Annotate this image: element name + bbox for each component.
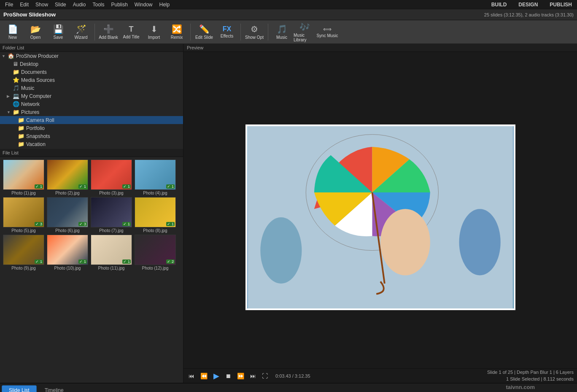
- thumb-label-12: Photo (12).jpg: [134, 266, 176, 270]
- folder-item-documents[interactable]: 📁 Documents: [0, 68, 183, 76]
- mode-build[interactable]: BUILD: [488, 1, 510, 8]
- folder-desktop-icon: 🖥: [13, 61, 18, 67]
- toolbar-remix[interactable]: 🔀 Remix: [166, 21, 188, 43]
- folder-proshow-label: ProShow Producer: [16, 53, 59, 59]
- folder-pictures-label: Pictures: [21, 109, 39, 115]
- folder-item-camera-roll[interactable]: 📁 Camera Roll: [0, 116, 183, 124]
- folder-item-vacation[interactable]: 📁 Vacation: [0, 140, 183, 148]
- file-thumb-2[interactable]: ✓ 1 Photo (2).jpg: [46, 160, 89, 195]
- folder-item-proshow[interactable]: ▼ 🏠 ProShow Producer: [0, 52, 183, 60]
- fullscreen-button[interactable]: ⛶: [260, 372, 270, 380]
- thumb-img-10: ✓ 1: [47, 235, 88, 265]
- toolbar-save[interactable]: 💾 Save: [47, 21, 69, 43]
- folder-vacation-label: Vacation: [26, 141, 46, 147]
- folder-item-media-sources[interactable]: ⭐ Media Sources: [0, 76, 183, 84]
- toolbar-music-library[interactable]: 🎶 Music Library: [294, 21, 315, 43]
- file-thumb-6[interactable]: ✓ 3 Photo (6).jpg: [46, 197, 89, 233]
- thumb-badge-12: ✓ 2: [166, 260, 175, 264]
- menu-tools[interactable]: Tools: [89, 1, 108, 8]
- file-thumb-9[interactable]: ✓ 1 Photo (9).jpg: [3, 235, 45, 270]
- toolbar-music[interactable]: 🎵 Music: [271, 21, 293, 43]
- folder-item-desktop[interactable]: 🖥 Desktop: [0, 60, 183, 68]
- file-thumb-10[interactable]: ✓ 1 Photo (10).jpg: [46, 235, 89, 270]
- file-thumb-8[interactable]: ✓ 1 Photo (8).jpg: [134, 197, 176, 233]
- toolbar-add-blank-label: Add Blank: [99, 35, 118, 40]
- toolbar-show-opt[interactable]: ⚙ Show Opt: [243, 21, 265, 43]
- folder-desktop-label: Desktop: [20, 61, 38, 67]
- toolbar-new-label: New: [8, 35, 17, 40]
- thumb-label-7: Photo (7).jpg: [90, 228, 132, 233]
- menu-publish[interactable]: Publish: [108, 1, 131, 8]
- thumb-badge-5: ✓ 3: [35, 222, 43, 226]
- toolbar-import-label: Import: [148, 35, 160, 40]
- toolbar-sync-music[interactable]: ⟺ Sync Music: [316, 21, 338, 43]
- file-thumb-3[interactable]: ✓ 1 Photo (3).jpg: [90, 160, 132, 195]
- folder-documents-icon: 📁: [13, 69, 19, 75]
- folder-item-my-computer[interactable]: ▶ 💻 My Computer: [0, 92, 183, 100]
- fast-forward-button[interactable]: ⏩: [235, 372, 246, 380]
- mode-publish[interactable]: PUBLISH: [546, 1, 575, 8]
- folder-item-portfolio[interactable]: 📁 Portfolio: [0, 124, 183, 132]
- menu-edit[interactable]: Edit: [16, 1, 32, 8]
- toolbar-add-blank[interactable]: ➕ Add Blank: [97, 21, 119, 43]
- file-thumb-7[interactable]: ✓ 1 Photo (7).jpg: [90, 197, 132, 233]
- folder-snapshots-icon: 📁: [18, 133, 24, 139]
- thumb-badge-1: ✓ 1: [35, 184, 43, 189]
- tab-slide-list[interactable]: Slide List: [2, 385, 37, 392]
- main-area: Folder List ▼ 🏠 ProShow Producer 🖥 Deskt…: [0, 44, 577, 383]
- toolbar-add-title[interactable]: T Add Title: [120, 21, 142, 43]
- tab-timeline[interactable]: Timeline: [38, 385, 71, 392]
- toolbar-new[interactable]: 📄 New: [2, 21, 24, 43]
- rewind-start-button[interactable]: ⏮: [187, 372, 196, 380]
- expand-icon: ▼: [2, 54, 6, 58]
- menu-slide[interactable]: Slide: [51, 1, 70, 8]
- tab-bar: Slide List Timeline: [0, 384, 577, 392]
- file-thumb-1[interactable]: ✓ 1 Photo (1).jpg: [3, 160, 45, 195]
- toolbar-open-label: Open: [30, 35, 40, 40]
- toolbar-sep-3: [240, 24, 241, 41]
- folder-item-music[interactable]: 🎵 Music: [0, 84, 183, 92]
- menu-show[interactable]: Show: [32, 1, 51, 8]
- folder-portfolio-label: Portfolio: [26, 125, 45, 131]
- menu-help[interactable]: Help: [156, 1, 173, 8]
- mode-design[interactable]: DESIGN: [515, 1, 541, 8]
- preview-header: Preview: [183, 44, 577, 52]
- music-library-icon: 🎶: [299, 22, 310, 32]
- folder-proshow-icon: 🏠: [8, 53, 14, 59]
- thumb-label-4: Photo (4).jpg: [134, 191, 176, 195]
- toolbar-import[interactable]: ⬇ Import: [143, 21, 165, 43]
- toolbar-edit-slide-label: Edit Slide: [195, 35, 213, 40]
- folder-network-icon: 🌐: [13, 101, 19, 107]
- thumb-badge-4: ✓ 1: [166, 184, 175, 189]
- thumb-label-11: Photo (11).jpg: [90, 266, 132, 270]
- file-thumb-12[interactable]: ✓ 2 Photo (12).jpg: [134, 235, 176, 270]
- folder-item-snapshots[interactable]: 📁 Snapshots: [0, 132, 183, 140]
- toolbar-wizard[interactable]: 🪄 Wizard: [70, 21, 92, 43]
- toolbar-add-title-label: Add Title: [123, 35, 140, 39]
- toolbar-wizard-label: Wizard: [74, 35, 87, 40]
- toolbar-sep-2: [190, 24, 191, 41]
- thumb-badge-7: ✓ 1: [122, 222, 131, 226]
- toolbar-save-label: Save: [54, 35, 63, 40]
- right-panel: Preview: [183, 44, 577, 383]
- skip-end-button[interactable]: ⏭: [248, 372, 258, 380]
- file-thumb-5[interactable]: ✓ 3 Photo (5).jpg: [3, 197, 45, 233]
- menu-audio[interactable]: Audio: [70, 1, 89, 8]
- file-thumb-11[interactable]: ✓ 1 Photo (11).jpg: [90, 235, 132, 270]
- folder-pictures-icon: 📁: [13, 109, 19, 115]
- rewind-button[interactable]: ⏪: [199, 372, 209, 380]
- file-thumb-4[interactable]: ✓ 1 Photo (4).jpg: [134, 160, 176, 195]
- toolbar-effects[interactable]: FX Effects: [216, 21, 238, 43]
- toolbar-open[interactable]: 📂 Open: [24, 21, 46, 43]
- toolbar-edit-slide[interactable]: ✏️ Edit Slide: [193, 21, 215, 43]
- thumb-badge-11: ✓ 1: [122, 260, 131, 264]
- thumb-img-5: ✓ 3: [3, 197, 44, 227]
- menu-window[interactable]: Window: [131, 1, 156, 8]
- thumb-img-9: ✓ 1: [3, 235, 44, 265]
- menu-file[interactable]: File: [2, 1, 16, 8]
- stop-button[interactable]: ⏹: [224, 372, 233, 380]
- folder-item-network[interactable]: 🌐 Network: [0, 100, 183, 108]
- folder-list[interactable]: ▼ 🏠 ProShow Producer 🖥 Desktop 📁 Documen…: [0, 52, 183, 149]
- play-button[interactable]: ▶: [212, 370, 221, 381]
- folder-item-pictures[interactable]: ▼ 📁 Pictures: [0, 108, 183, 116]
